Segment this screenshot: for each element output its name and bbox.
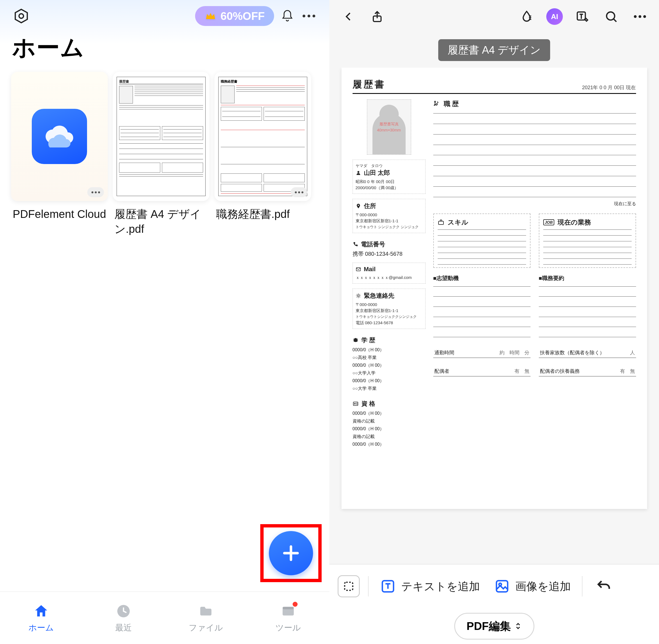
resume-page: 履歴書 2021年 0 0 月 00日 現在 履歴書写真 40mm×30mm ヤ… [342, 68, 647, 509]
emergency-section: 緊急連絡先 〒000-0000 東京都新宿区新宿1-1-1 トウキョウトシンジュ… [353, 289, 425, 329]
svg-marker-0 [15, 9, 27, 23]
add-image-button[interactable]: 画像を追加 [491, 574, 574, 599]
file-card[interactable]: 履歴書 履歴書 A4 デザイン.pdf [113, 72, 210, 236]
share-icon[interactable] [368, 7, 386, 26]
svg-rect-4 [283, 607, 294, 609]
promo-badge[interactable]: 60%OFF [195, 6, 274, 26]
education-section: 学 歴 0000/0（H 00）○○高校 卒業 0000/0（H 00）○○大学… [353, 334, 425, 392]
add-button[interactable] [269, 531, 313, 575]
editor-toolbar-top: AI [329, 0, 659, 33]
svg-point-16 [354, 403, 355, 404]
resume-date: 2021年 0 0 月 00日 現在 [582, 84, 636, 91]
more-icon[interactable] [631, 7, 649, 26]
tab-home[interactable]: ホーム [0, 592, 82, 644]
current-job-box: JOB現在の業務 [539, 213, 636, 268]
document-title: 履歴書 A4 デザイン [438, 39, 550, 61]
license-section: 資 格 0000/0（H 00）資格の記載 0000/0（H 00）資格の記載 … [353, 397, 425, 448]
text-edit-icon[interactable] [573, 7, 592, 26]
file-more-icon[interactable] [291, 187, 307, 197]
file-name: 履歴書 A4 デザイン.pdf [113, 201, 210, 236]
svg-rect-21 [497, 581, 508, 592]
tab-tools[interactable]: ツール [247, 592, 329, 644]
tab-files[interactable]: ファイル [165, 592, 247, 644]
page-title: ホーム [0, 29, 329, 72]
svg-point-17 [434, 101, 436, 102]
page-canvas[interactable]: 履歴書 2021年 0 0 月 00日 現在 履歴書写真 40mm×30mm ヤ… [329, 68, 659, 564]
ink-icon[interactable] [518, 7, 536, 26]
svg-point-14 [357, 295, 359, 297]
svg-point-9 [639, 15, 641, 18]
motivation-box: ■志望動機 [433, 275, 530, 339]
selection-tool[interactable] [338, 575, 360, 597]
fab-highlight [260, 524, 322, 582]
badge-dot-icon [293, 602, 298, 607]
promo-text: 60%OFF [220, 10, 265, 22]
svg-point-11 [357, 171, 359, 173]
back-icon[interactable] [339, 7, 357, 26]
mode-switch-button[interactable]: PDF編集 [454, 613, 534, 640]
resume-title: 履歴書 [353, 78, 386, 91]
file-name: PDFelement Cloud [11, 201, 108, 222]
work-history-header: 職 歴 [433, 99, 636, 108]
svg-point-8 [634, 15, 637, 18]
file-card[interactable]: PDFelement Cloud [11, 72, 108, 236]
home-screen: 60%OFF ホーム [0, 0, 329, 644]
tel-section: 電話番号 携帯 080-1234-5678 [353, 238, 425, 258]
svg-point-7 [607, 12, 615, 20]
svg-point-1 [19, 14, 23, 18]
add-text-button[interactable]: テキストを追加 [377, 574, 483, 599]
app-settings-icon[interactable] [12, 7, 30, 25]
editor-toolbar-bottom: テキストを追加 画像を追加 [329, 564, 659, 608]
ai-button[interactable]: AI [546, 8, 563, 25]
cloud-app-icon [32, 109, 87, 164]
editor-screen: AI 履歴書 A4 デザイン 履歴書 2021年 0 0 月 00日 現在 履歴… [329, 0, 659, 644]
tab-bar: ホーム 最近 ファイル ツール [0, 592, 329, 644]
more-icon[interactable] [301, 8, 317, 24]
tab-recent[interactable]: 最近 [82, 592, 165, 644]
notifications-icon[interactable] [279, 8, 295, 24]
svg-point-12 [357, 205, 359, 206]
svg-rect-18 [439, 221, 443, 225]
file-more-icon[interactable] [87, 187, 104, 197]
undo-button[interactable] [591, 578, 616, 594]
skill-box: スキル [433, 213, 530, 268]
photo-placeholder: 履歴書写真 40mm×30mm [367, 99, 411, 155]
mail-section: Mail ｘｘｘｘｘｘｘｘ@gmail.com [353, 262, 425, 284]
file-card[interactable]: 職務経歴書 職務経歴書.pdf [214, 72, 311, 236]
svg-point-10 [643, 15, 646, 18]
file-grid: PDFelement Cloud 履歴書 履歴書 A4 デザイン.pdf [0, 72, 329, 236]
summary-box: ■職務要約 [539, 275, 636, 339]
address-section: 住所 〒000-0000 東京都新宿区新宿1-1-1 トウキョウト シンジュクク… [353, 199, 425, 233]
file-name: 職務経歴書.pdf [214, 201, 311, 222]
search-icon[interactable] [602, 7, 620, 26]
name-section: ヤマダ タロウ 山田 太郎 昭和0 0 年 00月 00日 2000/00/00… [353, 160, 425, 194]
svg-rect-19 [345, 582, 353, 590]
